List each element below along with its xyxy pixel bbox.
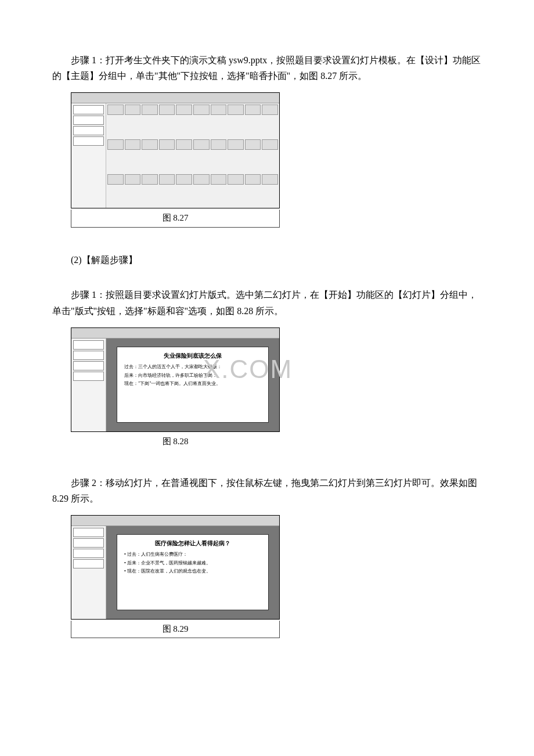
slide-3-line: • 过去：人们生病有公费医疗： <box>124 550 265 559</box>
slide-3-title: 医疗保险怎样让人看得起病？ <box>121 538 265 548</box>
slide-3-line: • 现在：医院在改革，人们的观念也在变。 <box>124 567 265 575</box>
slide-thumb <box>73 372 104 381</box>
slide-content-2: 失业保险到底该怎么保 过去：三个人的活五个人干，大家都吃大锅饭： 后来：向市场经… <box>117 347 269 423</box>
figure-8-29-caption: 图 8.29 <box>71 621 280 639</box>
paragraph-step1-theme: 步骤 1：打开考生文件夹下的演示文稿 ysw9.pptx，按照题目要求设置幻灯片… <box>52 52 482 84</box>
slide-thumb <box>73 528 104 537</box>
figure-8-28-caption: 图 8.28 <box>71 433 280 451</box>
slide-canvas: 失业保险到底该怎么保 过去：三个人的活五个人干，大家都吃大锅饭： 后来：向市场经… <box>106 339 279 431</box>
paragraph-step1-layout: 步骤 1：按照题目要求设置幻灯片版式。选中第二幻灯片，在【开始】功能区的【幻灯片… <box>52 287 482 318</box>
slide-thumb <box>73 351 104 360</box>
slide-thumb <box>73 105 104 114</box>
slide-thumb <box>73 126 104 135</box>
theme-gallery <box>106 103 279 208</box>
slide-thumb <box>73 361 104 370</box>
slide-thumb <box>73 136 104 146</box>
ppt-thumbnail-panel <box>71 526 106 619</box>
slide-thumb <box>73 559 104 568</box>
figure-8-27-image <box>71 92 280 208</box>
figure-8-28-image: 失业保险到底该怎么保 过去：三个人的活五个人干，大家都吃大锅饭： 后来：向市场经… <box>71 327 280 432</box>
ppt-body <box>71 103 279 208</box>
slide-2-title: 失业保险到底该怎么保 <box>121 351 265 361</box>
slide-thumb <box>73 538 104 548</box>
slide-2-line: 后来：向市场经济转轨，许多职工纷纷下岗： <box>124 372 265 380</box>
figure-8-29-image: 医疗保险怎样让人看得起病？ • 过去：人们生病有公费医疗： • 后来：企业不景气… <box>71 515 280 620</box>
ppt-ribbon <box>71 328 279 339</box>
slide-canvas: 医疗保险怎样让人看得起病？ • 过去：人们生病有公费医疗： • 后来：企业不景气… <box>106 526 279 619</box>
slide-thumb <box>73 116 104 125</box>
ppt-thumbnail-panel <box>71 339 106 431</box>
slide-2-line: 现在："下岗"一词也将下岗。人们将直面失业。 <box>124 380 265 388</box>
figure-8-28-block: 失业保险到底该怎么保 过去：三个人的活五个人干，大家都吃大锅饭： 后来：向市场经… <box>71 327 482 451</box>
paragraph-solution-heading: (2)【解题步骤】 <box>52 252 482 268</box>
ppt-body: 医疗保险怎样让人看得起病？ • 过去：人们生病有公费医疗： • 后来：企业不景气… <box>71 526 279 619</box>
figure-8-27-block: 图 8.27 <box>71 92 482 228</box>
ppt-ribbon <box>71 93 279 103</box>
figure-8-28-section: 失业保险到底该怎么保 过去：三个人的活五个人干，大家都吃大锅饭： 后来：向市场经… <box>52 327 482 451</box>
ppt-body: 失业保险到底该怎么保 过去：三个人的活五个人干，大家都吃大锅饭： 后来：向市场经… <box>71 339 279 431</box>
figure-8-27-caption: 图 8.27 <box>71 210 280 228</box>
slide-thumb <box>73 549 104 558</box>
ppt-thumbnail-panel <box>71 103 106 208</box>
paragraph-step2-move: 步骤 2：移动幻灯片，在普通视图下，按住鼠标左键，拖曳第二幻灯片到第三幻灯片即可… <box>52 475 482 506</box>
slide-3-line: • 后来：企业不景气，医药报销越来越难。 <box>124 559 265 567</box>
slide-2-line: 过去：三个人的活五个人干，大家都吃大锅饭： <box>124 363 265 371</box>
slide-content-3: 医疗保险怎样让人看得起病？ • 过去：人们生病有公费医疗： • 后来：企业不景气… <box>117 534 269 610</box>
slide-thumb <box>73 340 104 350</box>
ppt-ribbon <box>71 516 279 526</box>
figure-8-29-block: 医疗保险怎样让人看得起病？ • 过去：人们生病有公费医疗： • 后来：企业不景气… <box>71 515 482 639</box>
